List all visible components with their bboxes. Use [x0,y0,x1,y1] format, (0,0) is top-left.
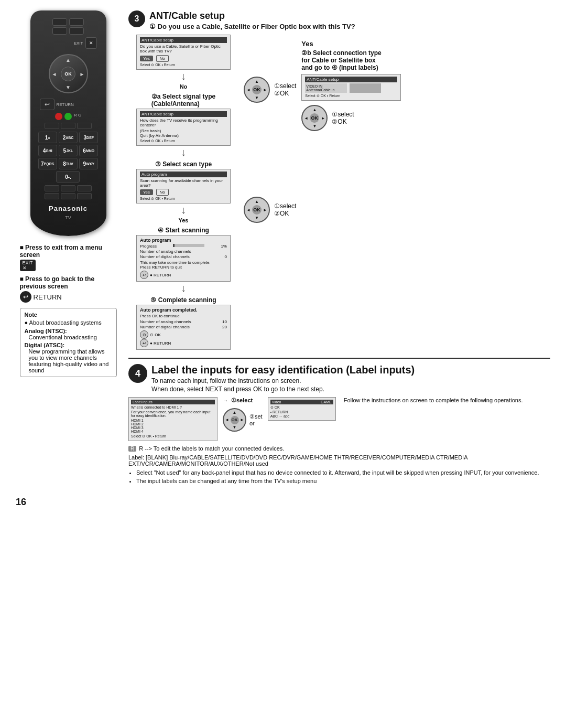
bottom-btn-5[interactable] [61,193,75,199]
scan-no-btn[interactable]: No [156,189,169,196]
r-button-icon: R [128,446,136,452]
step4-scan-label: ④ Start scanning [158,227,209,234]
follow-note: Follow the instructions on screen to com… [341,397,550,403]
analog-title: Analog (NTSC): [25,328,112,334]
step4-circle: 4 [128,364,147,383]
bullet-1: Select "Not used" for any back-panel inp… [136,469,550,476]
exit-label: EXIT [74,41,83,46]
nav-down-arrow[interactable]: ▼ [66,84,71,90]
page-wrapper: EXIT ✕ ▲ ▼ ◄ ► OK ↩ [16,10,550,508]
screen2b-note: Select ⊙ OK • Return [305,94,397,98]
section4: 4 Label the inputs for easy identificati… [128,358,550,484]
yes-top-label: Yes [301,40,401,48]
side-btns-row-3 [45,193,92,199]
complete-digital-row: Number of digital channels 20 [140,325,227,329]
bottom-btn-3[interactable] [77,185,92,191]
r-button-note-row: R R --> To edit the labels to match your… [128,445,550,452]
return-button[interactable]: ↩ [40,99,55,110]
nav-down-icon: ▼ [255,95,259,100]
yes-btn[interactable]: Yes [140,56,153,61]
ok-button[interactable]: OK [61,67,75,81]
remote-btn-3[interactable] [52,27,67,35]
step3-label: ③ Select scan type [155,160,212,168]
section3-title-area: ANT/Cable setup ① Do you use a Cable, Sa… [149,10,355,30]
return-btn-area: ↩ RETURN [36,99,101,110]
num-btn-3[interactable]: 3DEF [79,132,98,143]
nav-circle-diagram-2: ▲ ▼ ◄ ► OK [301,105,328,131]
side-btn-1[interactable] [45,123,59,129]
num-btn-2[interactable]: 2ABC [59,132,78,143]
scan-yes-btn[interactable]: Yes [140,189,153,195]
return-legend-label: RETURN [34,293,62,301]
num-btn-7[interactable]: 7PQRS [38,158,57,169]
screen1-question: Do you use a Cable, Satellite or Fiber O… [140,44,227,53]
num-btn-0[interactable]: 0-. [56,171,80,183]
screen2a-question: How does the TV receive its programming … [140,118,227,127]
nav-circle: ▲ ▼ ◄ ► OK [49,54,88,93]
select-ok-col: ▲ ▼ ◄ ► OK ①select ②OK [244,35,296,103]
return-icon-row: ↩ ● RETURN [140,271,227,279]
num-btn-5[interactable]: 5JKL [59,145,78,156]
num-btn-9[interactable]: 9WXY [79,158,98,169]
note-title: Note [25,312,112,318]
scanning-title: Auto program [140,238,227,243]
color-buttons: R G [55,113,81,120]
screen3-title: Auto program [140,172,227,177]
bottom-btn-6[interactable] [77,193,92,199]
screen1-title: ANT/Cable setup [140,37,227,43]
screen1-buttons: Yes No [140,55,227,62]
analog-desc: Conventional broadcasting [25,334,112,340]
exit-legend-icon: EXIT✕ [20,260,117,271]
label-screen-note: For your convenience, you may name each … [131,410,215,417]
arrow-down-2: ↓ [181,147,186,157]
yes-right-area: Yes ②b Select connection typefor Cable o… [301,40,401,131]
num-btn-6[interactable]: 6MNO [79,145,98,156]
remote-btn-1[interactable] [52,18,67,26]
remote-btn-4[interactable] [69,27,84,35]
nav-up-arrow[interactable]: ▲ [66,57,71,63]
return-icon-box: ↩ [20,291,31,303]
return-symbol: ↩ [45,101,50,108]
side-btn-3[interactable] [77,123,92,129]
exit-button[interactable]: ✕ [85,37,97,49]
scanning-screen: Auto program Progress 1% Number of analo… [136,235,231,282]
green-button[interactable] [64,113,72,120]
step4-desc1: To name each input, follow the instructi… [151,377,415,384]
arrow-down-4: ↓ [181,283,186,293]
num-btn-1[interactable]: 1● [38,132,57,143]
screen3-desc: Scan scanning for available channels in … [140,178,227,188]
bottom-btn-1[interactable] [45,185,59,191]
num-btn-4[interactable]: 4GHI [38,145,57,156]
satellite-img [350,83,381,93]
remote-top-buttons [36,18,101,35]
step5-label: ⑤ Complete scanning [150,296,216,304]
panasonic-logo: Panasonic [49,205,88,212]
complete-analog-row: Number of analog channels 10 [140,319,227,324]
video-screen-options: ⊙ OK • RETURN ABC → abc [270,405,333,418]
nav-circle-diagram: ▲ ▼ ◄ ► OK [244,77,270,103]
nav-left-arrow[interactable]: ◄ [52,71,57,77]
side-btn-2[interactable] [61,123,75,129]
select-ok-labels-3: ①select ②OK [274,202,296,217]
step4-select-row: → ①select [223,397,263,404]
step4-header: 4 Label the inputs for easy identificati… [128,364,550,393]
no-label: No [180,83,188,90]
nav-right-arrow[interactable]: ► [80,71,85,77]
return-legend-text: ■ Press to go back to the previous scree… [20,275,117,290]
screen3-note: Select ⊙ OK • Return [140,197,227,201]
bottom-btn-4[interactable] [45,193,59,199]
bottom-btn-2[interactable] [61,185,75,191]
video-in-panel: VIDEO IN Antenna/Cable In [305,83,347,93]
remote-legend: ■ Press to exit from a menu screen EXIT✕… [20,244,117,377]
return-label: RETURN [57,102,74,107]
select-ok-row-3: ▲ ▼ ◄ ► OK ①select ②OK [244,197,550,223]
select-ok-row-2: ▲ ▼ ◄ ► OK ①select ②OK [301,105,401,131]
no-btn[interactable]: No [156,55,169,62]
note-box: Note ● About broadcasting systems Analog… [20,308,117,377]
step2a-label: ②a Select signal type(Cable/Antenna) [151,93,215,108]
complete-screen: Auto program completed. Press OK to cont… [136,305,231,350]
num-btn-8[interactable]: 8TUV [59,158,78,169]
remote-btn-2[interactable] [69,18,84,26]
red-button[interactable] [55,113,62,120]
screen2a-title: ANT/Cable setup [140,111,227,117]
